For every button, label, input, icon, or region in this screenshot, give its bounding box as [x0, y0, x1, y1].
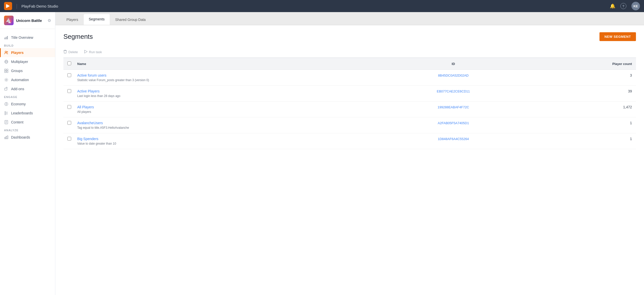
- brand-name: Unicorn Battle: [16, 18, 42, 23]
- sidebar-item-automation[interactable]: Automation: [0, 75, 55, 84]
- sidebar-label-addons: Add-ons: [11, 87, 24, 91]
- content-header: Segments NEW SEGMENT: [63, 32, 636, 41]
- svg-rect-1: [6, 4, 7, 8]
- segment-id-link[interactable]: A2FAB05F5A7405D1: [438, 121, 469, 125]
- segment-description: Tag equal to title.A5F3.HelloAvalanche: [77, 126, 129, 129]
- segment-id-link[interactable]: 1D848AF6A4C55264: [438, 137, 469, 141]
- sidebar-item-players[interactable]: Players: [0, 48, 55, 57]
- run-task-button: Run task: [84, 50, 102, 54]
- segment-name-link[interactable]: All Players: [77, 105, 372, 109]
- row-name-cell: AvalancheUsers Tag equal to title.A5F3.H…: [73, 117, 376, 133]
- segment-id-link[interactable]: 8B45DC0A52D02AD: [438, 74, 468, 77]
- segment-name-link[interactable]: AvalancheUsers: [77, 121, 372, 125]
- tabs-bar: Players Segments Shared Group Data: [55, 12, 644, 25]
- sidebar-item-economy[interactable]: Economy: [0, 100, 55, 109]
- sidebar-item-leaderboards[interactable]: Leaderboards: [0, 109, 55, 118]
- row-id-cell: EB077CAE2CE6CD11: [376, 86, 531, 102]
- table-row: AvalancheUsers Tag equal to title.A5F3.H…: [63, 117, 636, 133]
- trash-icon: [63, 50, 67, 54]
- row-checkbox-0[interactable]: [67, 73, 71, 77]
- segment-name-link[interactable]: Big Spenders: [77, 137, 372, 141]
- settings-icon[interactable]: ⚙: [48, 18, 51, 23]
- topnav-right: 🔔 ? KE: [610, 2, 640, 10]
- row-count-cell: 39: [531, 86, 636, 102]
- row-count-cell: 3: [531, 70, 636, 86]
- sidebar-section-build: BUILD: [0, 42, 55, 48]
- run-task-label: Run task: [89, 50, 102, 54]
- svg-rect-4: [7, 36, 8, 39]
- svg-marker-28: [85, 50, 87, 53]
- svg-point-6: [7, 51, 8, 52]
- row-id-cell: 199288EABAF4F72C: [376, 102, 531, 117]
- row-checkbox-cell: [63, 117, 73, 133]
- row-count-cell: 1,472: [531, 102, 636, 117]
- row-name-cell: Big Spenders Value to date greater than …: [73, 133, 376, 149]
- sidebar-item-dashboards[interactable]: Dashboards: [0, 133, 55, 142]
- tab-segments[interactable]: Segments: [84, 14, 110, 25]
- segment-id-link[interactable]: 199288EABAF4F72C: [438, 105, 469, 109]
- row-checkbox-cell: [63, 86, 73, 102]
- row-name-cell: Active forum users Statistic value Forum…: [73, 70, 376, 86]
- sidebar-item-content[interactable]: Content: [0, 118, 55, 127]
- row-id-cell: A2FAB05F5A7405D1: [376, 117, 531, 133]
- page-title: Segments: [63, 33, 93, 41]
- segment-description: Last login less than 28 days ago: [77, 94, 120, 98]
- header-id: ID: [376, 58, 531, 70]
- segment-description: Value to date greater than 10: [77, 142, 116, 145]
- sidebar-label-title-overview: Title Overview: [11, 36, 33, 40]
- svg-marker-0: [7, 4, 10, 8]
- nav-divider: |: [16, 3, 17, 9]
- tab-shared-group-data[interactable]: Shared Group Data: [110, 15, 151, 25]
- new-segment-button[interactable]: NEW SEGMENT: [599, 32, 636, 41]
- leaderboards-icon: [4, 111, 9, 115]
- select-all-checkbox[interactable]: [67, 61, 71, 65]
- sidebar-label-players: Players: [11, 51, 24, 55]
- sidebar-label-automation: Automation: [11, 78, 29, 82]
- segment-description: Statistic value Forum_posts greater than…: [77, 78, 149, 82]
- sidebar-item-title-overview[interactable]: Title Overview: [0, 33, 55, 42]
- segment-description: All players: [77, 110, 91, 114]
- row-checkbox-1[interactable]: [67, 89, 71, 93]
- content-icon: [4, 120, 9, 124]
- economy-icon: [4, 102, 9, 106]
- svg-point-5: [5, 51, 7, 53]
- row-name-cell: All Players All players: [73, 102, 376, 117]
- svg-rect-27: [7, 136, 8, 139]
- row-checkbox-3[interactable]: [67, 121, 71, 125]
- sidebar-label-groups: Groups: [11, 69, 23, 73]
- segment-id-link[interactable]: EB077CAE2CE6CD11: [437, 89, 470, 93]
- segment-name-link[interactable]: Active Players: [77, 89, 372, 93]
- row-checkbox-2[interactable]: [67, 105, 71, 109]
- sidebar-item-groups[interactable]: Groups: [0, 66, 55, 75]
- table-row: All Players All players 199288EABAF4F72C…: [63, 102, 636, 117]
- bell-icon[interactable]: 🔔: [610, 3, 615, 9]
- sidebar-label-leaderboards: Leaderboards: [11, 111, 33, 115]
- delete-button: Delete: [63, 50, 78, 54]
- segment-name-link[interactable]: Active forum users: [77, 73, 372, 77]
- sidebar-item-multiplayer[interactable]: Multiplayer: [0, 57, 55, 66]
- row-checkbox-4[interactable]: [67, 137, 71, 141]
- sidebar-label-dashboards: Dashboards: [11, 135, 30, 139]
- tab-players[interactable]: Players: [61, 15, 83, 25]
- players-icon: [4, 50, 9, 55]
- addons-icon: [4, 87, 9, 91]
- table-row: Active Players Last login less than 28 d…: [63, 86, 636, 102]
- svg-rect-13: [7, 71, 8, 73]
- user-avatar[interactable]: KE: [631, 2, 640, 10]
- brand-logo: 🦄: [4, 16, 14, 25]
- help-icon[interactable]: ?: [620, 3, 626, 9]
- svg-rect-11: [7, 69, 8, 71]
- sidebar-label-multiplayer: Multiplayer: [11, 60, 28, 64]
- delete-label: Delete: [68, 50, 78, 54]
- table-row: Big Spenders Value to date greater than …: [63, 133, 636, 149]
- globe-icon: [4, 59, 9, 64]
- table-header-row: Name ID Player count: [63, 58, 636, 70]
- sidebar-item-addons[interactable]: Add-ons: [0, 84, 55, 93]
- header-name: Name: [73, 58, 376, 70]
- playfab-logo: [4, 2, 12, 10]
- svg-rect-3: [6, 37, 7, 39]
- svg-rect-17: [5, 111, 6, 115]
- row-id-cell: 8B45DC0A52D02AD: [376, 70, 531, 86]
- sidebar-section-analyze: ANALYZE: [0, 127, 55, 133]
- row-count-cell: 1: [531, 133, 636, 149]
